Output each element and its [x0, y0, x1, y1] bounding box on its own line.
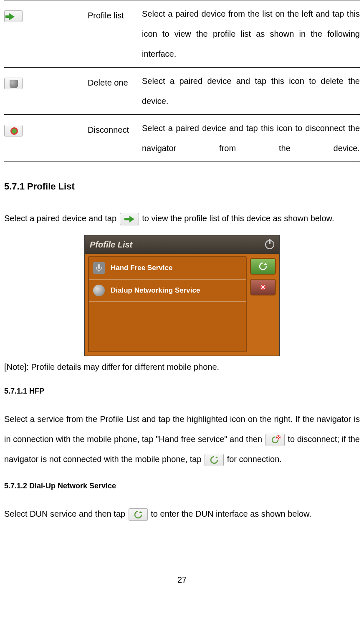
table-row: Profile list Select a paired device from…: [4, 0, 360, 67]
list-item-label: Dialup Networking Service: [111, 282, 200, 299]
paragraph-571: Select a paired device and tap to view t…: [4, 208, 360, 228]
row-label: Delete one: [88, 71, 142, 93]
globe-icon: [93, 285, 105, 296]
list-item[interactable]: Hand Free Service: [89, 257, 246, 280]
page-number: 27: [4, 570, 360, 590]
note-text: [Note]: Profile details may differ for d…: [4, 359, 360, 374]
svg-marker-3: [264, 263, 267, 265]
text-fragment: Select a paired device and tap: [4, 214, 119, 223]
svg-marker-12: [139, 511, 142, 513]
microphone-icon: [93, 262, 105, 274]
disconnect-icon: [4, 125, 23, 136]
refresh-button[interactable]: [250, 258, 276, 275]
table-row: Delete one Select a paired device and ta…: [4, 67, 360, 114]
heading-571: 5.7.1 Profile List: [4, 180, 360, 193]
svg-marker-0: [124, 216, 134, 222]
refresh-icon: [129, 508, 148, 521]
list-item-label: Hand Free Service: [111, 260, 172, 277]
disconnect-x-icon: [265, 434, 285, 446]
arrow-right-icon: [120, 213, 139, 225]
disconnect-button[interactable]: [250, 279, 276, 296]
heading-5711: 5.7.1.1 HFP: [4, 386, 360, 397]
power-icon[interactable]: [265, 240, 274, 249]
list-item[interactable]: Dialup Networking Service: [89, 280, 246, 302]
paragraph-5712: Select DUN service and then tap to enter…: [4, 504, 360, 524]
screenshot-title: Pfofile List: [90, 235, 132, 255]
screenshot-header: Pfofile List: [85, 235, 279, 254]
text-fragment: to enter the DUN interface as shown belo…: [151, 509, 311, 518]
svg-marker-11: [215, 457, 218, 458]
table-row: Disconnect Select a paired device and ta…: [4, 114, 360, 162]
paragraph-5711: Select a service from the Profile List a…: [4, 409, 360, 469]
row-description: Select a paired device from the list on …: [142, 4, 360, 64]
heading-5712: 5.7.1.2 Dial-Up Network Service: [4, 481, 360, 491]
text-fragment: to view the profile list of this device …: [142, 214, 334, 223]
svg-rect-1: [98, 264, 100, 269]
profile-list: Hand Free Service Dialup Networking Serv…: [88, 256, 247, 352]
refresh-icon: [205, 454, 224, 466]
row-label: Profile list: [88, 4, 142, 25]
row-label: Disconnect: [88, 118, 142, 140]
row-icon-cell: [4, 4, 88, 25]
icon-reference-table: Profile list Select a paired device from…: [4, 0, 360, 162]
screenshot-body: Hand Free Service Dialup Networking Serv…: [85, 254, 279, 356]
row-description: Select a paired device and tap this icon…: [142, 118, 360, 158]
row-icon-cell: [4, 118, 88, 140]
screenshot-side-buttons: [250, 256, 276, 352]
row-icon-cell: [4, 71, 88, 93]
profile-list-screenshot: Pfofile List Hand Free Service Dialup Ne…: [84, 235, 280, 356]
text-fragment: for connection.: [227, 455, 282, 464]
arrow-right-icon: [4, 10, 23, 22]
row-description: Select a paired device and tap this icon…: [142, 71, 360, 111]
trash-icon: [4, 78, 23, 89]
text-fragment: Select DUN service and then tap: [4, 509, 128, 518]
